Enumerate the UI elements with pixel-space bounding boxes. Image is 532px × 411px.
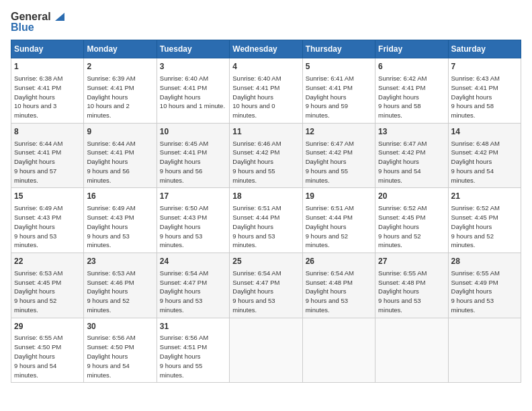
cell-info: Sunrise: 6:56 AM Sunset: 4:51 PM Dayligh… [160, 333, 226, 379]
day-number: 20 [378, 191, 445, 202]
calendar-cell: 17 Sunrise: 6:50 AM Sunset: 4:43 PM Dayl… [157, 188, 229, 253]
day-number: 2 [87, 61, 153, 73]
calendar-cell: 10 Sunrise: 6:45 AM Sunset: 4:41 PM Dayl… [157, 123, 229, 188]
cell-info: Sunrise: 6:43 AM Sunset: 4:41 PM Dayligh… [451, 74, 518, 120]
calendar-cell [375, 318, 448, 383]
calendar-cell: 1 Sunrise: 6:38 AM Sunset: 4:41 PM Dayli… [11, 58, 84, 124]
cell-info: Sunrise: 6:54 AM Sunset: 4:47 PM Dayligh… [232, 269, 299, 315]
page-header: General Blue [11, 11, 521, 33]
cell-info: Sunrise: 6:38 AM Sunset: 4:41 PM Dayligh… [14, 74, 81, 120]
day-number: 11 [232, 126, 299, 138]
day-number: 3 [160, 61, 226, 73]
cell-info: Sunrise: 6:50 AM Sunset: 4:43 PM Dayligh… [160, 203, 226, 250]
day-number: 16 [87, 191, 153, 202]
calendar-cell: 24 Sunrise: 6:54 AM Sunset: 4:47 PM Dayl… [157, 253, 229, 318]
calendar-cell: 21 Sunrise: 6:52 AM Sunset: 4:45 PM Dayl… [448, 188, 521, 253]
calendar-cell: 18 Sunrise: 6:51 AM Sunset: 4:44 PM Dayl… [230, 188, 302, 253]
calendar-cell: 4 Sunrise: 6:40 AM Sunset: 4:41 PM Dayli… [230, 58, 302, 124]
day-header-friday: Friday [375, 40, 448, 58]
day-header-tuesday: Tuesday [157, 40, 229, 58]
calendar-cell [302, 318, 375, 383]
calendar-cell: 13 Sunrise: 6:47 AM Sunset: 4:42 PM Dayl… [375, 123, 448, 188]
day-number: 9 [87, 126, 153, 138]
day-number: 29 [14, 321, 81, 332]
cell-info: Sunrise: 6:42 AM Sunset: 4:41 PM Dayligh… [378, 74, 445, 120]
day-number: 10 [160, 126, 226, 138]
cell-info: Sunrise: 6:49 AM Sunset: 4:43 PM Dayligh… [87, 203, 153, 250]
day-number: 30 [87, 321, 153, 332]
calendar-cell: 6 Sunrise: 6:42 AM Sunset: 4:41 PM Dayli… [375, 58, 448, 124]
cell-info: Sunrise: 6:40 AM Sunset: 4:41 PM Dayligh… [160, 74, 226, 111]
calendar-table: SundayMondayTuesdayWednesdayThursdayFrid… [11, 40, 521, 383]
day-number: 4 [232, 61, 299, 73]
calendar-cell: 27 Sunrise: 6:55 AM Sunset: 4:48 PM Dayl… [375, 253, 448, 318]
cell-info: Sunrise: 6:51 AM Sunset: 4:44 PM Dayligh… [232, 203, 299, 250]
cell-info: Sunrise: 6:55 AM Sunset: 4:48 PM Dayligh… [378, 269, 445, 315]
day-number: 12 [306, 126, 372, 138]
day-number: 13 [378, 126, 445, 138]
day-number: 7 [451, 61, 518, 73]
day-number: 27 [378, 256, 445, 267]
calendar-header: SundayMondayTuesdayWednesdayThursdayFrid… [11, 40, 521, 58]
day-header-wednesday: Wednesday [230, 40, 302, 58]
svg-marker-0 [55, 13, 64, 21]
day-number: 1 [14, 61, 81, 73]
cell-info: Sunrise: 6:56 AM Sunset: 4:50 PM Dayligh… [87, 333, 153, 379]
day-number: 19 [306, 191, 372, 202]
cell-info: Sunrise: 6:52 AM Sunset: 4:45 PM Dayligh… [378, 203, 445, 250]
day-number: 28 [451, 256, 518, 267]
cell-info: Sunrise: 6:46 AM Sunset: 4:42 PM Dayligh… [232, 139, 299, 185]
cell-info: Sunrise: 6:54 AM Sunset: 4:47 PM Dayligh… [160, 269, 226, 315]
cell-info: Sunrise: 6:53 AM Sunset: 4:45 PM Dayligh… [14, 269, 81, 315]
day-header-saturday: Saturday [448, 40, 521, 58]
calendar-cell [448, 318, 521, 383]
cell-info: Sunrise: 6:44 AM Sunset: 4:41 PM Dayligh… [14, 139, 81, 185]
calendar-cell: 28 Sunrise: 6:55 AM Sunset: 4:49 PM Dayl… [448, 253, 521, 318]
calendar-cell: 15 Sunrise: 6:49 AM Sunset: 4:43 PM Dayl… [11, 188, 84, 253]
day-header-sunday: Sunday [11, 40, 84, 58]
calendar-cell: 19 Sunrise: 6:51 AM Sunset: 4:44 PM Dayl… [302, 188, 375, 253]
cell-info: Sunrise: 6:39 AM Sunset: 4:41 PM Dayligh… [87, 74, 153, 120]
day-number: 5 [306, 61, 372, 73]
calendar-cell: 25 Sunrise: 6:54 AM Sunset: 4:47 PM Dayl… [230, 253, 302, 318]
calendar-cell: 14 Sunrise: 6:48 AM Sunset: 4:42 PM Dayl… [448, 123, 521, 188]
day-number: 23 [87, 256, 153, 267]
calendar-cell: 22 Sunrise: 6:53 AM Sunset: 4:45 PM Dayl… [11, 253, 84, 318]
day-number: 14 [451, 126, 518, 138]
logo: General Blue [11, 11, 66, 33]
cell-info: Sunrise: 6:41 AM Sunset: 4:41 PM Dayligh… [306, 74, 372, 120]
day-number: 15 [14, 191, 81, 202]
calendar-cell: 30 Sunrise: 6:56 AM Sunset: 4:50 PM Dayl… [84, 318, 157, 383]
cell-info: Sunrise: 6:47 AM Sunset: 4:42 PM Dayligh… [378, 139, 445, 185]
day-number: 6 [378, 61, 445, 73]
cell-info: Sunrise: 6:44 AM Sunset: 4:41 PM Dayligh… [87, 139, 153, 185]
cell-info: Sunrise: 6:54 AM Sunset: 4:48 PM Dayligh… [306, 269, 372, 315]
day-number: 18 [232, 191, 299, 202]
calendar-cell: 12 Sunrise: 6:47 AM Sunset: 4:42 PM Dayl… [302, 123, 375, 188]
day-number: 22 [14, 256, 81, 267]
cell-info: Sunrise: 6:51 AM Sunset: 4:44 PM Dayligh… [306, 203, 372, 250]
calendar-cell: 8 Sunrise: 6:44 AM Sunset: 4:41 PM Dayli… [11, 123, 84, 188]
cell-info: Sunrise: 6:52 AM Sunset: 4:45 PM Dayligh… [451, 203, 518, 250]
calendar-cell [230, 318, 302, 383]
day-number: 26 [306, 256, 372, 267]
logo-blue-text: Blue [11, 21, 66, 34]
calendar-cell: 16 Sunrise: 6:49 AM Sunset: 4:43 PM Dayl… [84, 188, 157, 253]
cell-info: Sunrise: 6:55 AM Sunset: 4:50 PM Dayligh… [14, 333, 81, 379]
day-number: 24 [160, 256, 226, 267]
calendar-cell: 3 Sunrise: 6:40 AM Sunset: 4:41 PM Dayli… [157, 58, 229, 124]
day-number: 8 [14, 126, 81, 138]
calendar-cell: 11 Sunrise: 6:46 AM Sunset: 4:42 PM Dayl… [230, 123, 302, 188]
day-header-thursday: Thursday [302, 40, 375, 58]
day-number: 21 [451, 191, 518, 202]
cell-info: Sunrise: 6:53 AM Sunset: 4:46 PM Dayligh… [87, 269, 153, 315]
calendar-cell: 26 Sunrise: 6:54 AM Sunset: 4:48 PM Dayl… [302, 253, 375, 318]
cell-info: Sunrise: 6:47 AM Sunset: 4:42 PM Dayligh… [306, 139, 372, 185]
day-number: 25 [232, 256, 299, 267]
calendar-cell: 7 Sunrise: 6:43 AM Sunset: 4:41 PM Dayli… [448, 58, 521, 124]
calendar-cell: 9 Sunrise: 6:44 AM Sunset: 4:41 PM Dayli… [84, 123, 157, 188]
cell-info: Sunrise: 6:49 AM Sunset: 4:43 PM Dayligh… [14, 203, 81, 250]
cell-info: Sunrise: 6:48 AM Sunset: 4:42 PM Dayligh… [451, 139, 518, 185]
cell-info: Sunrise: 6:45 AM Sunset: 4:41 PM Dayligh… [160, 139, 226, 185]
logo-triangle-icon [52, 11, 66, 22]
